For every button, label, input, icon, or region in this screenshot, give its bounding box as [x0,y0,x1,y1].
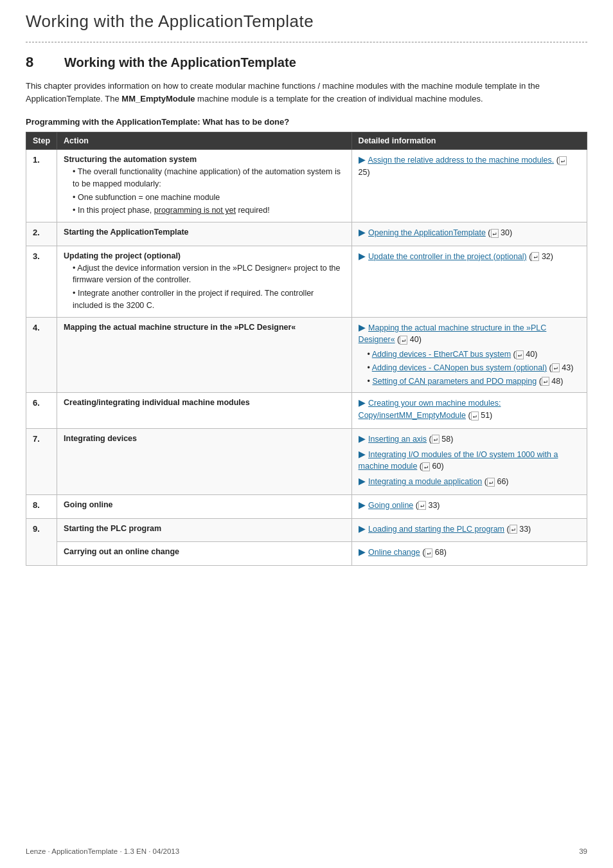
col-step: Step [26,132,57,150]
action-cell: Going online [57,494,352,518]
detail-link-block: ▶ Assign the relative address to the mac… [359,154,580,179]
action-bullets: Adjust the device information version in… [73,262,345,312]
detail-link[interactable]: Going online [368,501,413,510]
detail-cell: ▶ Mapping the actual machine structure i… [351,317,587,393]
bullet-item: Integrate another controller in the proj… [73,287,345,312]
action-cell: Structuring the automation system The ov… [57,150,352,222]
table-row: 3. Updating the project (optional) Adjus… [26,246,587,317]
action-cell: Integrating devices [57,428,352,494]
action-cell: Updating the project (optional) Adjust t… [57,246,352,317]
section-number: 8 [26,54,45,71]
detail-link-block: ▶ Update the controller in the project (… [359,250,580,263]
module-name: MM_EmptyModule [121,94,195,104]
detail-link[interactable]: Update the controller in the project (op… [368,252,527,261]
bullet-item: One subfunction = one machine module [73,192,345,204]
detail-link-block: ▶ Mapping the actual machine structure i… [359,321,580,347]
table-row: 9. Starting the PLC program ▶ Loading an… [26,518,587,542]
bullet-item: In this project phase, programming is no… [73,204,345,217]
detail-bullets: Adding devices - EtherCAT bus system (↵ … [368,348,580,387]
detail-link[interactable]: Online change [368,548,420,557]
detail-link[interactable]: Opening the ApplicationTemplate [368,228,486,237]
detail-cell: ▶ Inserting an axis (↵ 58) ▶ Integrating… [351,428,587,494]
action-title: Carrying out an online change [64,547,179,556]
action-cell: Starting the ApplicationTemplate [57,222,352,246]
detail-link-block: ▶ Integrating I/O modules of the I/O sys… [359,448,580,473]
step-cell: 7. [26,428,57,494]
detail-link-block: ▶ Loading and starting the PLC program (… [359,523,580,536]
col-detail: Detailed information [351,132,587,150]
detail-cell: ▶ Assign the relative address to the mac… [351,150,587,222]
intro-paragraph: This chapter provides information on how… [26,80,587,105]
detail-cell: ▶ Update the controller in the project (… [351,246,587,317]
main-table: Step Action Detailed information 1. Stru… [26,132,587,566]
step-cell: 8. [26,494,57,518]
detail-bullet-item: Setting of CAN parameters and PDO mappin… [368,375,580,388]
table-row: 8. Going online ▶ Going online (↵ 33) [26,494,587,518]
action-bullets: The overall functionality (machine appli… [73,166,345,217]
detail-link[interactable]: Assign the relative address to the machi… [368,156,554,165]
footer-left: Lenze · ApplicationTemplate · 1.3 EN · 0… [26,847,179,855]
detail-link[interactable]: Integrating a module application [368,477,482,486]
action-title: Integrating devices [64,434,137,443]
step-cell: 3. [26,246,57,317]
detail-link[interactable]: Integrating I/O modules of the I/O syste… [359,450,558,471]
detail-link[interactable]: Creating your own machine modules: Copy/… [359,399,501,420]
footer-right: 39 [579,847,587,855]
divider-line [26,42,587,42]
detail-link[interactable]: Inserting an axis [368,435,427,444]
main-content: 8 Working with the ApplicationTemplate T… [0,54,613,592]
action-cell: Creating/integrating individual machine … [57,393,352,429]
detail-link-block: ▶ Going online (↵ 33) [359,499,580,512]
action-title: Updating the project (optional) [64,251,181,260]
action-title: Structuring the automation system [64,155,197,164]
table-row: 4. Mapping the actual machine structure … [26,317,587,393]
detail-link-block: ▶ Creating your own machine modules: Cop… [359,397,580,422]
step-cell: 9. [26,518,57,566]
detail-cell: ▶ Online change (↵ 68) [351,542,587,566]
detail-cell: ▶ Loading and starting the PLC program (… [351,518,587,542]
detail-link-block: ▶ Opening the ApplicationTemplate (↵ 30) [359,226,580,239]
table-row: 1. Structuring the automation system The… [26,150,587,222]
detail-cell: ▶ Creating your own machine modules: Cop… [351,393,587,429]
detail-link[interactable]: Mapping the actual machine structure in … [359,323,547,345]
detail-link[interactable]: Loading and starting the PLC program [368,525,504,534]
action-title: Starting the PLC program [64,524,161,533]
detail-bullet-item: Adding devices - CANopen bus system (opt… [368,362,580,374]
action-cell: Mapping the actual machine structure in … [57,317,352,393]
step-cell: 4. [26,317,57,393]
bullet-item: Adjust the device information version in… [73,262,345,287]
table-row: 6. Creating/integrating individual machi… [26,393,587,429]
table-row: 2. Starting the ApplicationTemplate ▶ Op… [26,222,587,246]
section-title: Working with the ApplicationTemplate [64,55,296,70]
action-title: Going online [64,500,112,509]
action-cell: Carrying out an online change [57,542,352,566]
detail-bullet-item: Adding devices - EtherCAT bus system (↵ … [368,348,580,361]
table-heading: Programming with the ApplicationTemplate… [26,117,587,127]
table-header-row: Step Action Detailed information [26,132,587,150]
detail-link-block: ▶ Online change (↵ 68) [359,546,580,559]
step-cell: 1. [26,150,57,222]
bullet-item: The overall functionality (machine appli… [73,166,345,190]
step-cell: 2. [26,222,57,246]
action-title: Mapping the actual machine structure in … [64,323,296,332]
table-row: Carrying out an online change ▶ Online c… [26,542,587,566]
action-title: Creating/integrating individual machine … [64,398,250,407]
detail-cell: ▶ Going online (↵ 33) [351,494,587,518]
action-cell: Starting the PLC program [57,518,352,542]
detail-link[interactable]: Setting of CAN parameters and PDO mappin… [372,377,537,386]
action-title: Starting the ApplicationTemplate [64,228,188,237]
col-action: Action [57,132,352,150]
detail-link[interactable]: Adding devices - EtherCAT bus system [372,350,511,359]
detail-link-block: ▶ Integrating a module application (↵ 66… [359,475,580,488]
step-cell: 6. [26,393,57,429]
page-header-title: Working with the ApplicationTemplate [26,12,314,31]
detail-link-block: ▶ Inserting an axis (↵ 58) [359,433,580,446]
page-footer: Lenze · ApplicationTemplate · 1.3 EN · 0… [26,847,587,855]
section-header: 8 Working with the ApplicationTemplate [26,54,587,71]
detail-link[interactable]: Adding devices - CANopen bus system (opt… [372,363,547,372]
page-header: Working with the ApplicationTemplate [0,0,613,35]
table-row: 7. Integrating devices ▶ Inserting an ax… [26,428,587,494]
detail-cell: ▶ Opening the ApplicationTemplate (↵ 30) [351,222,587,246]
